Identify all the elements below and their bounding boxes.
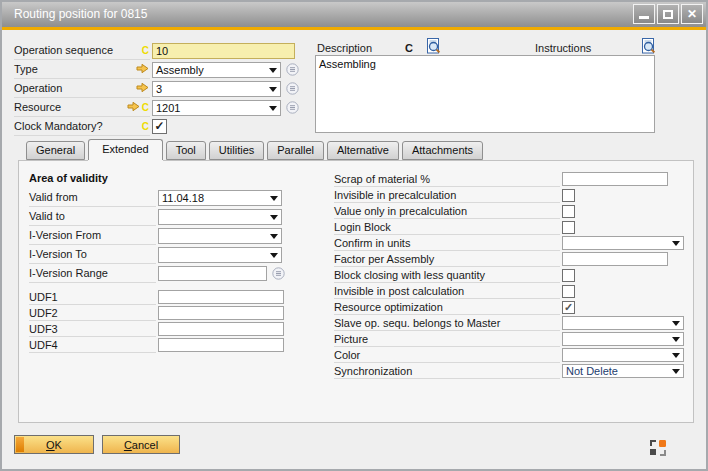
form-row: Value only in precalculation xyxy=(334,203,684,219)
tab-utilities[interactable]: Utilities xyxy=(209,141,264,160)
description-zoom-icon[interactable] xyxy=(426,38,441,54)
clock-mandatory-label: Clock Mandatory? C xyxy=(14,118,150,136)
udf4-input[interactable] xyxy=(158,338,284,352)
ok-button[interactable]: OK xyxy=(14,435,94,454)
form-row: Valid to xyxy=(29,207,285,226)
block-closing-with-less-quantity-label: Block closing with less quantity xyxy=(334,268,560,283)
routing-position-dialog: Routing position for 0815 ✕ Operation se… xyxy=(0,0,708,471)
color-select[interactable] xyxy=(562,348,684,362)
invisible-in-precalculation-label: Invisible in precalculation xyxy=(334,188,560,203)
form-row: Operation sequence C 10 xyxy=(14,41,314,60)
operation-sequence-label: Operation sequence C xyxy=(14,42,150,60)
valid-to-select[interactable] xyxy=(158,209,282,225)
minimize-icon xyxy=(639,16,649,19)
i-version-range-input[interactable] xyxy=(158,266,267,281)
form-row: I-Version Range xyxy=(29,264,285,283)
operation-select[interactable]: 3 xyxy=(152,81,281,97)
valid-from-select[interactable]: 11.04.18 xyxy=(158,190,282,206)
i-version-range-list-button[interactable] xyxy=(272,267,285,280)
scrap-of-material-label: Scrap of material % xyxy=(334,172,560,187)
tab-tool[interactable]: Tool xyxy=(166,141,206,160)
form-row: UDF4 xyxy=(29,337,284,353)
options-rows: Scrap of material % Invisible in precalc… xyxy=(334,171,684,379)
clock-mandatory-checkbox[interactable]: ✓ xyxy=(152,119,167,134)
i-version-from-select[interactable] xyxy=(158,228,282,244)
block-closing-with-less-quantity-checkbox[interactable] xyxy=(562,269,575,282)
valid-to-label: Valid to xyxy=(29,208,156,226)
resource-select[interactable]: 1201 xyxy=(152,100,281,116)
area-of-validity-heading: Area of validity xyxy=(29,172,108,184)
link-arrow-icon[interactable] xyxy=(136,63,149,76)
form-row: Operation 3 xyxy=(14,79,314,98)
form-row: Slave op. sequ. belongs to Master xyxy=(334,315,684,331)
dropdown-caret-icon xyxy=(269,87,277,92)
scrap-of-material-input[interactable] xyxy=(562,172,668,186)
udf3-label: UDF3 xyxy=(29,322,156,337)
confirm-in-units-label: Confirm in units xyxy=(334,236,560,251)
form-row: Picture xyxy=(334,331,684,347)
tab-general[interactable]: General xyxy=(26,141,85,160)
description-textarea[interactable]: Assembling xyxy=(315,55,655,133)
form-row: Resource optimization ✓ xyxy=(334,299,684,315)
picture-select[interactable] xyxy=(562,332,684,346)
resource-label: Resource C xyxy=(14,99,150,117)
mandatory-indicator: C xyxy=(142,121,149,132)
link-arrow-icon[interactable] xyxy=(127,101,140,114)
operation-label: Operation xyxy=(14,80,150,98)
tab-alternative[interactable]: Alternative xyxy=(327,141,399,160)
color-label: Color xyxy=(334,348,560,363)
instructions-zoom-icon[interactable] xyxy=(641,38,656,54)
udf4-label: UDF4 xyxy=(29,338,156,353)
form-row: I-Version From xyxy=(29,226,285,245)
close-icon: ✕ xyxy=(687,5,697,23)
invisible-in-precalculation-checkbox[interactable] xyxy=(562,189,575,202)
tab-extended[interactable]: Extended xyxy=(88,139,162,160)
type-select[interactable]: Assembly xyxy=(152,62,281,78)
form-row: Type Assembly xyxy=(14,60,314,79)
form-row: Scrap of material % xyxy=(334,171,684,187)
form-row: Confirm in units xyxy=(334,235,684,251)
i-version-to-select[interactable] xyxy=(158,247,282,263)
link-arrow-icon[interactable] xyxy=(136,82,149,95)
minimize-button[interactable] xyxy=(633,4,655,24)
udf3-input[interactable] xyxy=(158,322,284,336)
udf1-label: UDF1 xyxy=(29,290,156,305)
udf-rows: UDF1 UDF2 UDF3 UDF4 xyxy=(29,289,284,353)
operation-sequence-input[interactable]: 10 xyxy=(152,43,295,59)
synchronization-select[interactable]: Not Delete xyxy=(562,364,684,378)
factor-per-assembly-input[interactable] xyxy=(562,252,668,266)
description-label: Description xyxy=(317,42,372,54)
expand-form-icon[interactable] xyxy=(650,440,666,456)
i-version-to-label: I-Version To xyxy=(29,246,156,264)
dropdown-caret-icon xyxy=(672,241,680,246)
instructions-label: Instructions xyxy=(535,42,591,54)
udf2-label: UDF2 xyxy=(29,306,156,321)
dropdown-caret-icon xyxy=(672,369,680,374)
value-only-in-precalculation-checkbox[interactable] xyxy=(562,205,575,218)
type-list-button[interactable] xyxy=(286,63,299,76)
confirm-in-units-select[interactable] xyxy=(562,236,684,250)
slave-op-sequ-select[interactable] xyxy=(562,316,684,330)
resource-optimization-checkbox[interactable]: ✓ xyxy=(562,301,575,314)
login-block-checkbox[interactable] xyxy=(562,221,575,234)
dropdown-caret-icon xyxy=(270,234,278,239)
form-row: Login Block xyxy=(334,219,684,235)
synchronization-label: Synchronization xyxy=(334,364,560,379)
tab-attachments[interactable]: Attachments xyxy=(402,141,483,160)
window-title: Routing position for 0815 xyxy=(14,7,147,21)
mandatory-indicator: C xyxy=(142,45,149,56)
invisible-in-post-calculation-checkbox[interactable] xyxy=(562,285,575,298)
form-row: I-Version To xyxy=(29,245,285,264)
i-version-range-label: I-Version Range xyxy=(29,265,156,283)
udf2-input[interactable] xyxy=(158,306,284,320)
titlebar: Routing position for 0815 ✕ xyxy=(2,2,706,27)
tab-parallel[interactable]: Parallel xyxy=(267,141,324,160)
resource-list-button[interactable] xyxy=(286,101,299,114)
maximize-button[interactable] xyxy=(657,4,679,24)
form-row: Invisible in post calculation xyxy=(334,283,684,299)
close-button[interactable]: ✕ xyxy=(681,4,703,24)
slave-op-sequ-label: Slave op. sequ. belongs to Master xyxy=(334,316,560,331)
cancel-button[interactable]: Cancel xyxy=(102,435,180,454)
udf1-input[interactable] xyxy=(158,290,284,304)
operation-list-button[interactable] xyxy=(286,82,299,95)
